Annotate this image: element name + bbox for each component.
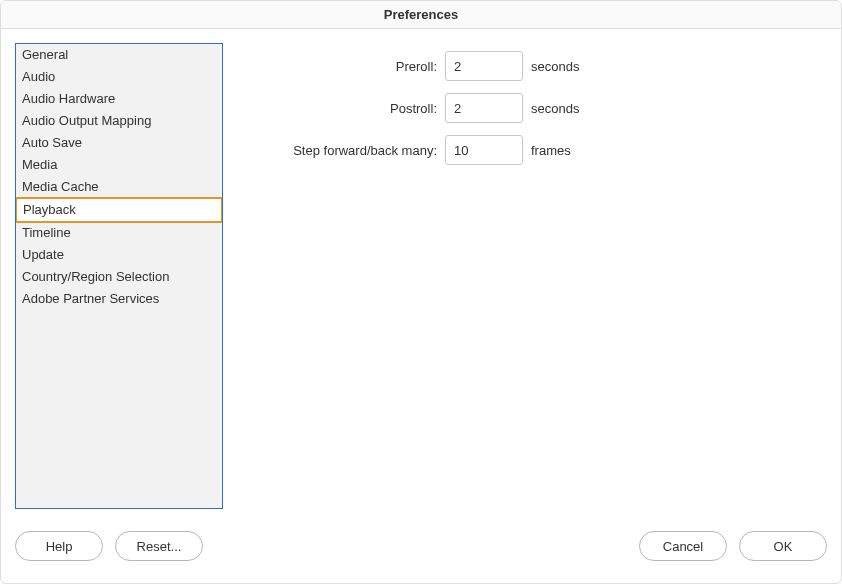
sidebar-item-timeline[interactable]: Timeline — [16, 222, 222, 244]
sidebar-item-audio[interactable]: Audio — [16, 66, 222, 88]
content-area: GeneralAudioAudio HardwareAudio Output M… — [1, 29, 841, 523]
settings-panel: Preroll: seconds Postroll: seconds Step … — [237, 43, 827, 509]
sidebar-item-label: Media — [22, 157, 57, 172]
sidebar-item-country-region-selection[interactable]: Country/Region Selection — [16, 266, 222, 288]
step-unit: frames — [531, 143, 571, 158]
sidebar-item-audio-output-mapping[interactable]: Audio Output Mapping — [16, 110, 222, 132]
sidebar-item-label: Auto Save — [22, 135, 82, 150]
sidebar-item-update[interactable]: Update — [16, 244, 222, 266]
cancel-button[interactable]: Cancel — [639, 531, 727, 561]
sidebar-item-general[interactable]: General — [16, 44, 222, 66]
titlebar: Preferences — [1, 1, 841, 29]
sidebar-item-audio-hardware[interactable]: Audio Hardware — [16, 88, 222, 110]
sidebar-item-auto-save[interactable]: Auto Save — [16, 132, 222, 154]
sidebar-item-label: Update — [22, 247, 64, 262]
sidebar-item-label: Audio Hardware — [22, 91, 115, 106]
sidebar-item-adobe-partner-services[interactable]: Adobe Partner Services — [16, 288, 222, 310]
footer: Help Reset... Cancel OK — [1, 523, 841, 583]
preroll-row: Preroll: seconds — [237, 51, 827, 81]
step-row: Step forward/back many: frames — [237, 135, 827, 165]
preroll-label: Preroll: — [237, 59, 437, 74]
category-sidebar: GeneralAudioAudio HardwareAudio Output M… — [15, 43, 223, 509]
preroll-input[interactable] — [445, 51, 523, 81]
postroll-unit: seconds — [531, 101, 579, 116]
ok-button[interactable]: OK — [739, 531, 827, 561]
reset-button[interactable]: Reset... — [115, 531, 203, 561]
sidebar-item-label: Country/Region Selection — [22, 269, 169, 284]
postroll-input[interactable] — [445, 93, 523, 123]
sidebar-item-label: Audio — [22, 69, 55, 84]
sidebar-item-label: Playback — [23, 202, 76, 217]
sidebar-item-media[interactable]: Media — [16, 154, 222, 176]
help-button[interactable]: Help — [15, 531, 103, 561]
preroll-unit: seconds — [531, 59, 579, 74]
window-title: Preferences — [384, 7, 458, 22]
sidebar-item-media-cache[interactable]: Media Cache — [16, 176, 222, 198]
step-label: Step forward/back many: — [237, 143, 437, 158]
sidebar-item-label: Timeline — [22, 225, 71, 240]
sidebar-item-label: Audio Output Mapping — [22, 113, 151, 128]
sidebar-item-playback[interactable]: Playback — [15, 197, 223, 223]
postroll-label: Postroll: — [237, 101, 437, 116]
postroll-row: Postroll: seconds — [237, 93, 827, 123]
step-input[interactable] — [445, 135, 523, 165]
sidebar-item-label: General — [22, 47, 68, 62]
sidebar-item-label: Adobe Partner Services — [22, 291, 159, 306]
sidebar-item-label: Media Cache — [22, 179, 99, 194]
